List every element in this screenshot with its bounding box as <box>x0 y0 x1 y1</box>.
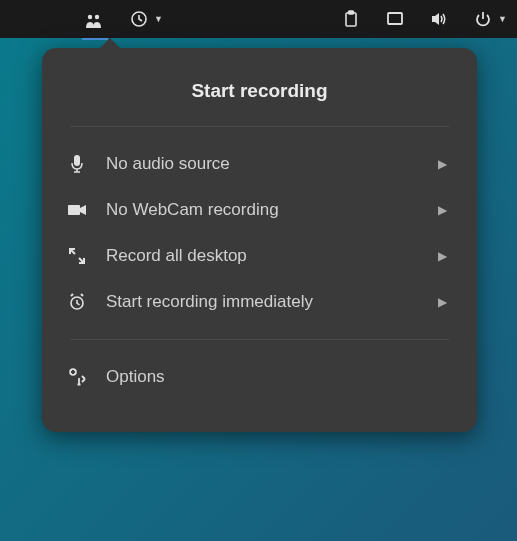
top-panel-left: ▼ <box>82 0 165 40</box>
popover-title: Start recording <box>42 72 477 126</box>
options-item[interactable]: Options <box>42 354 477 400</box>
recording-options-section: No audio source ▶ No WebCam recording ▶ … <box>42 127 477 339</box>
microphone-icon <box>66 153 88 175</box>
screen-icon <box>384 8 406 30</box>
recorder-indicator[interactable] <box>82 6 108 40</box>
power-indicator[interactable]: ▼ <box>470 4 509 34</box>
recorder-icon <box>84 10 106 32</box>
power-icon <box>472 8 494 30</box>
svg-rect-7 <box>68 205 80 215</box>
menu-item-label: Record all desktop <box>106 246 420 266</box>
svg-point-1 <box>95 15 99 19</box>
svg-rect-4 <box>349 11 354 14</box>
menu-item-label: No audio source <box>106 154 420 174</box>
svg-rect-10 <box>78 384 81 386</box>
clipboard-indicator[interactable] <box>338 4 364 34</box>
recorder-popover: Start recording No audio source ▶ No Web <box>42 48 477 432</box>
record-delay-item[interactable]: Start recording immediately ▶ <box>42 279 477 325</box>
clock-indicator[interactable]: ▼ <box>126 4 165 34</box>
webcam-item[interactable]: No WebCam recording ▶ <box>42 187 477 233</box>
screen-indicator[interactable] <box>382 4 408 34</box>
svg-rect-6 <box>74 155 80 166</box>
alarm-icon <box>66 291 88 313</box>
svg-rect-3 <box>346 13 356 26</box>
menu-item-label: Options <box>106 367 447 387</box>
chevron-down-icon: ▼ <box>498 14 507 24</box>
top-panel: ▼ <box>0 0 517 38</box>
volume-indicator[interactable] <box>426 4 452 34</box>
svg-rect-5 <box>388 13 402 24</box>
clock-icon <box>128 8 150 30</box>
chevron-right-icon: ▶ <box>438 295 447 309</box>
chevron-down-icon: ▼ <box>154 14 163 24</box>
menu-item-label: No WebCam recording <box>106 200 420 220</box>
audio-source-item[interactable]: No audio source ▶ <box>42 141 477 187</box>
chevron-right-icon: ▶ <box>438 249 447 263</box>
clipboard-icon <box>340 8 362 30</box>
record-area-item[interactable]: Record all desktop ▶ <box>42 233 477 279</box>
menu-item-label: Start recording immediately <box>106 292 420 312</box>
options-section: Options <box>42 340 477 414</box>
expand-icon <box>66 245 88 267</box>
settings-icon <box>66 366 88 388</box>
webcam-icon <box>66 199 88 221</box>
chevron-right-icon: ▶ <box>438 203 447 217</box>
chevron-right-icon: ▶ <box>438 157 447 171</box>
volume-icon <box>428 8 450 30</box>
svg-point-0 <box>88 15 92 19</box>
